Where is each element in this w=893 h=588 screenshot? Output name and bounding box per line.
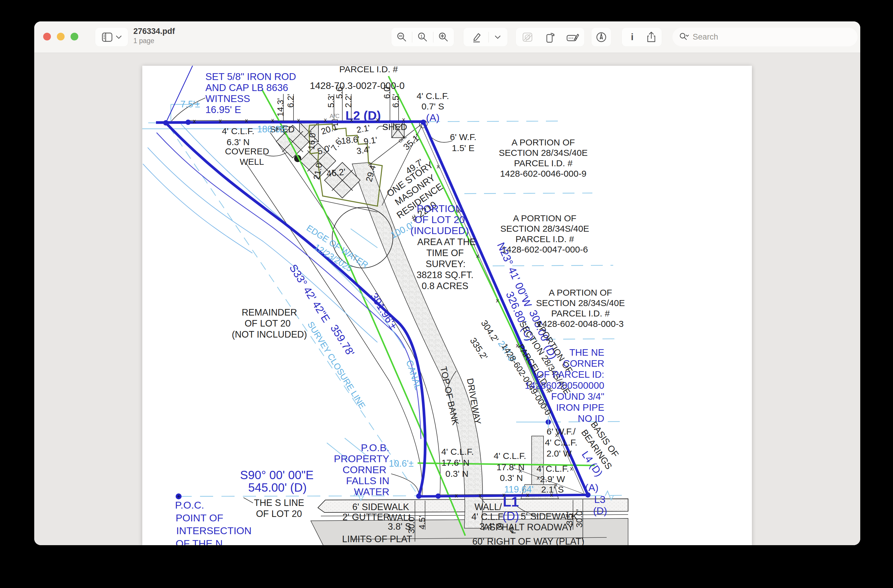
plat-label: L3 xyxy=(594,494,606,505)
plat-label: 2.2' xyxy=(344,94,353,108)
plat-label: 1428-602-0048-000-3 xyxy=(537,319,624,328)
plat-label: 30.0' xyxy=(574,509,584,528)
plat-label: PARCEL I.D. # xyxy=(516,234,574,244)
zoom-in-button[interactable] xyxy=(433,32,454,43)
markup-menu-chevron[interactable] xyxy=(489,35,507,39)
compass-group xyxy=(591,28,611,46)
plat-label: 14.3' xyxy=(276,98,285,117)
plat-label: COVERED xyxy=(225,146,269,156)
plat-label: 2' GUTTER xyxy=(342,512,389,522)
plat-label: x xyxy=(219,117,222,124)
sidebar-icon xyxy=(101,32,113,42)
document-viewport[interactable]: PARCEL I.D. #1428-70.3-0027-000-0SET 5/8… xyxy=(34,53,860,545)
plat-label: 6.0' xyxy=(382,85,392,99)
plat-label: 0.8 ACRES xyxy=(422,281,469,291)
document-title: 276334.pdf xyxy=(133,27,175,36)
plat-label: 6.2' xyxy=(286,94,295,108)
plat-label: PARCEL I.D. # xyxy=(339,66,398,74)
plat-label: 38218 SQ.FT. xyxy=(416,270,473,280)
plat-label: OF THE N xyxy=(176,538,222,545)
plat-label: x xyxy=(324,117,327,123)
plat-label: TIME OF xyxy=(426,248,464,258)
info-button[interactable]: i xyxy=(623,31,642,43)
plat-label: 4' C.L.F. xyxy=(441,447,474,456)
markup-toolbar-toggle-button[interactable] xyxy=(561,31,584,43)
desktop: 276334.pdf 1 page 1 xyxy=(0,0,893,588)
plat-label: 3.4' xyxy=(356,144,371,156)
plat-label: WALL/ xyxy=(475,502,502,512)
plat-label: x xyxy=(402,116,405,123)
plat-label: x xyxy=(526,492,529,498)
plat-label: 16.95' E xyxy=(205,104,241,115)
zoom-out-button[interactable] xyxy=(391,32,412,43)
svg-text:1: 1 xyxy=(420,34,423,39)
plat-label: PROPERTY xyxy=(334,453,389,464)
plat-label: INTERSECTION xyxy=(176,525,251,536)
preview-window: 276334.pdf 1 page 1 xyxy=(34,21,860,545)
plat-label: 4' C.L.F. xyxy=(537,464,569,474)
actual-size-button[interactable]: 1 xyxy=(412,32,433,43)
plat-label: LIMITS OF PLAT xyxy=(342,534,412,544)
zoom-button[interactable] xyxy=(71,33,78,40)
plat-label: (A) xyxy=(426,112,439,123)
plat-label: (INCLUDED) xyxy=(410,225,469,236)
plat-label: x xyxy=(555,432,558,438)
plat-label: NO ID xyxy=(578,413,604,424)
chevron-down-icon xyxy=(116,35,122,39)
minimize-button[interactable] xyxy=(57,33,65,40)
survey-plat-drawing: PARCEL I.D. #1428-70.3-0027-000-0SET 5/8… xyxy=(142,66,752,545)
plat-label: x xyxy=(376,116,379,123)
document-page-count: 1 page xyxy=(133,37,175,45)
plat-label: CORNER xyxy=(343,464,386,475)
rotate-left-button[interactable] xyxy=(539,31,561,44)
plat-label: IRON PIPE xyxy=(556,402,604,413)
plat-label: A PORTION OF xyxy=(549,288,612,297)
plat-label: P.O.B. xyxy=(361,442,389,453)
plat-label: WELL xyxy=(240,157,264,166)
plat-label: WITNESS xyxy=(205,93,250,104)
plat-label: (A) xyxy=(585,482,598,493)
plat-label: OF LOT 20 xyxy=(256,508,302,519)
plat-label: 6' SIDEWALK xyxy=(352,502,409,512)
plat-label: x xyxy=(457,208,460,214)
plat-label: WATER xyxy=(354,486,389,497)
plat-label: AND CAP LB 8636 xyxy=(205,82,288,93)
search-field[interactable] xyxy=(672,28,858,46)
plat-label: OF PARCEL ID: xyxy=(537,369,604,380)
plat-label: x xyxy=(479,492,482,498)
zoom-group: 1 xyxy=(391,28,454,46)
plat-label: 46.2' xyxy=(326,167,346,179)
plat-label: OF LOT 20 xyxy=(414,214,465,225)
plat-label: FOUND 3/4" xyxy=(551,391,604,402)
plat-label: REMAINDER xyxy=(242,307,297,318)
plat-label: x xyxy=(271,117,274,123)
sidebar-toggle-button[interactable] xyxy=(95,28,128,46)
plat-label: 6.5' xyxy=(391,94,400,108)
misc-group: i xyxy=(622,28,662,46)
plat-label: 9.1' xyxy=(363,135,378,146)
markup-pencil-button[interactable] xyxy=(465,31,489,43)
plat-label: ASPHALT ROADWAY xyxy=(483,522,574,532)
plat-label: 30.0' xyxy=(407,515,416,534)
plat-label: x xyxy=(193,118,196,124)
compass-icon[interactable] xyxy=(595,31,607,43)
search-input[interactable] xyxy=(692,32,824,42)
plat-label: x xyxy=(437,163,440,170)
water-lines xyxy=(143,124,421,439)
markup-group xyxy=(463,28,508,46)
plat-label: 188.05' xyxy=(257,124,287,134)
plat-label: P.O.C. xyxy=(175,500,204,511)
plat-label: x xyxy=(297,117,300,123)
selection-tool-icon[interactable] xyxy=(516,31,539,43)
plat-label: x xyxy=(502,492,505,498)
plat-label: 0.3' N xyxy=(445,469,468,478)
plat-label: PORTION xyxy=(417,203,463,214)
plat-label: x xyxy=(519,467,522,474)
plat-label: x xyxy=(537,474,540,481)
plat-label: A/C xyxy=(329,113,339,119)
close-button[interactable] xyxy=(43,33,51,40)
plat-label: 6' W.F./ xyxy=(547,426,576,436)
document-title-block: 276334.pdf 1 page xyxy=(133,27,175,45)
plat-label: 6.3' N xyxy=(227,137,250,147)
share-button[interactable] xyxy=(642,31,661,44)
